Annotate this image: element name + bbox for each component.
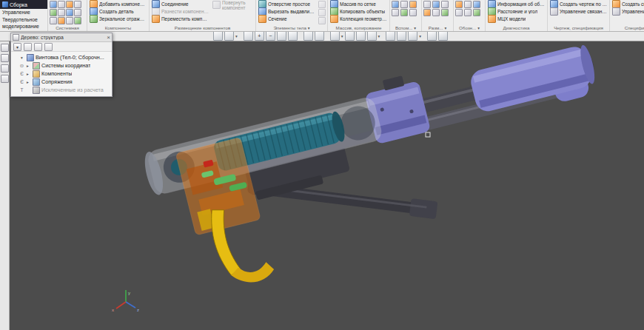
menu-item-solid-modeling[interactable]: Твердотельное моделирование (0, 16, 47, 30)
filter-icon[interactable] (1, 54, 9, 62)
designation-tool-button[interactable] (455, 1, 463, 8)
aux-tool-button[interactable] (409, 9, 417, 16)
section-button[interactable]: Сечение (258, 16, 316, 22)
redo-button[interactable] (58, 9, 65, 16)
grid-pattern-button[interactable]: Массив по сетке (329, 1, 388, 7)
feature-tool-button[interactable] (318, 1, 326, 8)
object-info-button[interactable]: Информация об объекте (487, 1, 546, 7)
visibility-icon[interactable]: ⊙ (19, 63, 25, 69)
tree-item-excluded[interactable]: Т Исключенные из расчета (11, 86, 112, 94)
ribbon-group-label[interactable]: Размещение компонентов (151, 24, 254, 31)
shaded-icon[interactable] (367, 31, 377, 41)
tree-toggle-icon[interactable] (1, 44, 9, 52)
tree-item-root[interactable]: ▾ Винтовка (Тел-0; Сборочн... (11, 53, 112, 61)
hidden-lines-icon[interactable] (356, 31, 366, 41)
mass-properties-button[interactable]: МЦХ модели (487, 16, 546, 22)
ribbon-group-label[interactable]: Обозн...▾ (455, 24, 483, 31)
ribbon-group-label[interactable]: Диагностика (487, 24, 546, 31)
dimension-tool-button[interactable] (432, 1, 440, 8)
simple-hole-button[interactable]: Отверстие простое (258, 1, 316, 7)
geometry-collection-button[interactable]: Коллекция геометрии (329, 16, 388, 22)
zoom-out-icon[interactable]: − (266, 31, 275, 41)
distance-angle-button[interactable]: Расстояние и угол (487, 8, 546, 15)
mate-marker-icon[interactable] (426, 132, 430, 137)
add-component-button[interactable]: Добавить компонент из... (89, 1, 147, 7)
designation-tool-button[interactable] (455, 9, 463, 16)
rotate-component-button[interactable]: Повернуть компонент (212, 1, 254, 15)
ribbon-group-label[interactable]: Разм...▾ (423, 24, 452, 31)
manage-linked-bom-button[interactable]: Управление связанными... (611, 8, 644, 15)
ribbon-group-label[interactable]: Системная (50, 24, 85, 31)
expander-icon[interactable]: ▸ (27, 64, 31, 68)
aux-tool-button[interactable] (400, 9, 408, 16)
tree-panel-header[interactable]: Дерево: структура × (11, 33, 112, 42)
aux-tool-button[interactable] (392, 1, 399, 8)
designation-tool-button[interactable] (464, 1, 472, 8)
print-button[interactable] (66, 1, 73, 8)
measure-icon[interactable] (427, 31, 437, 41)
manage-linked-docs-button[interactable]: Управление связанными... (549, 8, 608, 15)
refresh-button[interactable] (50, 17, 57, 24)
mate-button[interactable]: Соединение (151, 1, 209, 7)
paste-button[interactable] (74, 9, 81, 16)
messages-icon[interactable] (1, 75, 9, 83)
viewport-settings-icon[interactable] (438, 31, 448, 41)
variables-button[interactable] (58, 17, 65, 24)
zoom-window-icon[interactable] (277, 31, 286, 41)
aux-tool-button[interactable] (400, 1, 408, 8)
dimension-tool-button[interactable] (423, 1, 431, 8)
orientation-cube-icon[interactable] (224, 31, 234, 41)
excluded-mark-icon[interactable]: Т (19, 87, 25, 92)
wireframe-icon[interactable] (345, 31, 355, 41)
dimension-tool-button[interactable] (423, 9, 431, 16)
rebuild-button[interactable] (74, 17, 81, 24)
dimension-tool-button[interactable] (441, 1, 449, 8)
clip-plane-icon[interactable] (408, 31, 417, 41)
dimension-tool-button[interactable] (432, 9, 440, 16)
tree-options-icon[interactable] (44, 43, 53, 51)
mirror-component-button[interactable]: Зеркальное отражение ко... (89, 16, 147, 22)
ribbon-group-label[interactable]: Элементы тела▾ (258, 24, 326, 31)
designation-tool-button[interactable] (473, 9, 480, 16)
aux-tool-button[interactable] (392, 9, 399, 16)
mode-tab-assembly[interactable]: Сборка (0, 0, 47, 9)
expander-icon[interactable]: ▸ (27, 72, 31, 76)
tree-filter-icon[interactable]: ▾ (13, 43, 21, 51)
move-component-button[interactable]: Переместить компонент (151, 16, 209, 22)
cut-extrude-button[interactable]: Вырезать выдавливанием (258, 8, 316, 15)
menu-item-management[interactable]: Управление (0, 9, 47, 16)
close-icon[interactable]: × (107, 35, 110, 41)
tree-search-icon[interactable] (34, 43, 42, 51)
explode-components-button[interactable]: Разнести компоненты (151, 8, 209, 15)
section-mark-icon[interactable]: Є (19, 71, 25, 76)
undo-button[interactable] (50, 9, 57, 16)
designation-tool-button[interactable] (464, 9, 472, 16)
feature-tool-button[interactable] (318, 9, 326, 16)
pan-icon[interactable] (303, 31, 313, 41)
ribbon-group-label[interactable]: Вспом...▾ (392, 24, 420, 31)
dimension-tool-button[interactable] (441, 9, 449, 16)
expander-icon[interactable]: ▾ (21, 55, 25, 60)
preview-button[interactable] (74, 1, 81, 8)
copy-button[interactable] (66, 9, 73, 16)
settings-button[interactable] (66, 17, 73, 24)
parameters-icon[interactable] (1, 64, 9, 73)
ribbon-group-label[interactable]: Компоненты (89, 24, 147, 31)
tree-view-mode-icon[interactable] (24, 43, 32, 51)
ribbon-group-label[interactable]: Массив, копирование (329, 24, 388, 31)
aux-tool-button[interactable] (409, 1, 417, 8)
designation-tool-button[interactable] (473, 1, 480, 8)
fit-all-icon[interactable] (288, 31, 298, 41)
zoom-in-icon[interactable]: + (255, 31, 264, 41)
create-part-button[interactable]: Создать деталь (89, 8, 147, 15)
ribbon-group-label[interactable]: Чертеж, спецификация (549, 24, 608, 31)
display-mode-icon[interactable] (330, 31, 340, 41)
refresh-icon[interactable] (244, 31, 253, 41)
section-view-icon[interactable] (386, 31, 395, 41)
section-mark-icon[interactable]: Є (19, 79, 25, 84)
rotate-icon[interactable] (315, 31, 324, 41)
feature-tool-button[interactable] (318, 17, 326, 24)
save-button[interactable] (58, 1, 65, 8)
perspective-icon[interactable] (397, 31, 406, 41)
tree-item-coordinate-systems[interactable]: ⊙ ▸ Системы координат (11, 61, 112, 70)
